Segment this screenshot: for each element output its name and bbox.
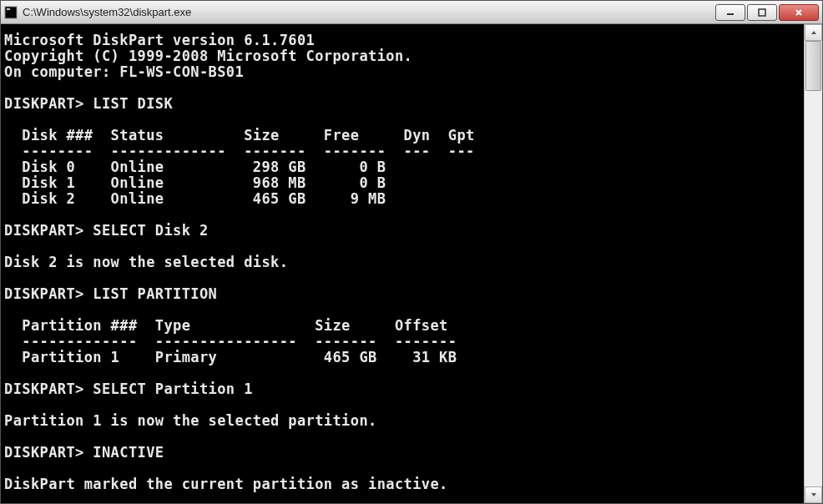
- minimize-button[interactable]: [715, 4, 745, 21]
- scroll-down-button[interactable]: [805, 486, 822, 503]
- svg-rect-1: [7, 8, 10, 10]
- app-icon: [4, 6, 18, 19]
- window-title: C:\Windows\system32\diskpart.exe: [23, 6, 714, 18]
- maximize-button[interactable]: [747, 4, 777, 21]
- scroll-track[interactable]: [805, 41, 822, 486]
- close-button[interactable]: [779, 4, 819, 21]
- svg-rect-2: [759, 9, 765, 16]
- titlebar-buttons: [714, 4, 819, 21]
- scroll-thumb[interactable]: [805, 41, 821, 91]
- console-output[interactable]: Microsoft DiskPart version 6.1.7601 Copy…: [1, 24, 804, 503]
- titlebar: C:\Windows\system32\diskpart.exe: [1, 1, 822, 24]
- vertical-scrollbar[interactable]: [804, 24, 822, 503]
- scroll-up-button[interactable]: [805, 24, 822, 41]
- console-window: C:\Windows\system32\diskpart.exe Microso…: [0, 0, 823, 504]
